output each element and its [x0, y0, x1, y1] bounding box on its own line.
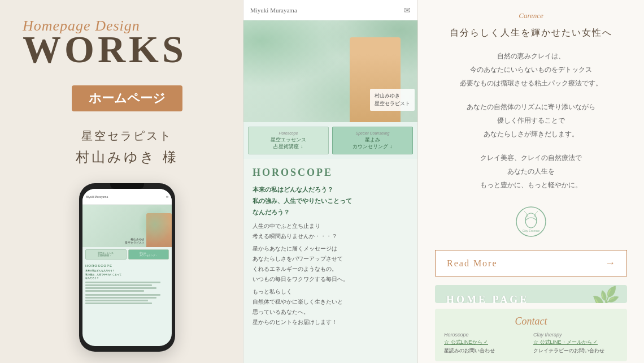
site-nav-horoscope-text: 星空エッセンス占星術講座 ↓	[251, 136, 326, 150]
site-horoscope-text1: 人生の中でふと立ち止まり 考える瞬間ありませんか・・・？	[253, 221, 408, 241]
site-hero-name-box: 村山みゆき 星空セラピスト	[370, 89, 415, 111]
contact-clay-link1[interactable]: ☆ 公式LINE・メールから ✓	[533, 339, 618, 346]
phone-hero-name: 村山みゆき星空セラピスト	[125, 238, 145, 245]
site-header-email-icon: ✉	[404, 6, 411, 15]
read-more-label: Read More	[447, 258, 498, 269]
site-horoscope-title: HOROSCOPE	[253, 167, 408, 179]
right-logo-text: Carence	[435, 11, 627, 20]
site-horoscope-text2: 星からあなたに届くメッセージは あなたらしさをパワーアップさせて くれるエネルギ…	[253, 244, 408, 284]
contact-clay-link2: クレイテラピーのお問い合わせ	[533, 347, 618, 355]
phone-text-line-4	[85, 290, 144, 292]
phone-text-line-8	[85, 302, 152, 304]
clay-essence-logo: Clay Essence	[514, 205, 548, 239]
read-more-button[interactable]: Read More →	[435, 250, 627, 276]
site-hero-name-line2: 星空セラピスト	[375, 101, 410, 106]
right-desc-block-3: クレイ美容、クレイの自然療法で あなたの人生を もっと豊かに、もっと軽やかに。	[435, 151, 627, 192]
phone-text-line-5	[85, 294, 160, 296]
phone-email-icon: ✉	[166, 195, 168, 198]
site-hero-name-line1: 村山みゆき	[375, 93, 400, 98]
phone-header-name: Miyuki Murayama	[86, 195, 108, 198]
phone-hero: 村山みゆき星空セラピスト	[82, 205, 172, 247]
phone-nav-btn-2: 星よみカウンセリング ↓	[128, 249, 169, 260]
site-hero-area: 村山みゆき 星空セラピスト	[243, 20, 417, 122]
category-badge: ホームページ	[72, 85, 182, 111]
contact-horoscope-link2: 星読みのお問い合わせ	[444, 347, 529, 355]
site-horoscope-bold1: 本来の私はどんな人だろう？ 私の強み、人生でやりたいことって なんだろう？	[253, 184, 408, 218]
right-main-heading: 自分らしく人生を輝かせたい女性へ	[435, 27, 627, 39]
right-desc-1: 自然の恵みクレイは、 今のあなたにいらないものをデトックス 必要なものは循環させ…	[435, 49, 627, 90]
homepage-card-leaves-icon: 🌿	[590, 285, 624, 303]
contact-horoscope-link1[interactable]: ☆ 公式LINEから ✓	[444, 339, 529, 346]
right-desc-block-2: あなたの自然体のリズムに寄り添いながら 優しく作用することで あなたらしさが輝き…	[435, 100, 627, 141]
contact-title: Contact	[444, 316, 618, 327]
phone-screen: Miyuki Murayama ✉ 村山みゆき星空セラピスト 星空エッセンス占星…	[82, 189, 172, 346]
contact-clay-label: Clay therapy	[533, 332, 618, 338]
site-horoscope-section: HOROSCOPE 本来の私はどんな人だろう？ 私の強み、人生でやりたいことって…	[243, 159, 417, 363]
works-text: WORKS	[23, 30, 232, 68]
right-desc-3: クレイ美容、クレイの自然療法で あなたの人生を もっと豊かに、もっと軽やかに。	[435, 151, 627, 192]
svg-point-1	[525, 213, 537, 228]
phone-horoscope-title: HOROSCOPE	[85, 264, 169, 267]
site-horoscope-text3: もっと私らしく 自然体で穏やかに楽しく生きたいと 思っているあなたへ。 星からの…	[253, 287, 408, 327]
phone-text-line-6	[85, 297, 156, 299]
phone-horoscope-section: HOROSCOPE 本来の私はどんな人だろう？私の強み、人生でやりたいことってな…	[82, 262, 172, 308]
site-header-name: Miyuki Murayama	[250, 7, 297, 14]
site-nav-counseling-label: Special Counseling	[335, 131, 410, 136]
right-panel: Carence 自分らしく人生を輝かせたい女性へ 自然の恵みクレイは、 今のあな…	[418, 0, 644, 363]
phone-text-line-3	[85, 287, 156, 289]
site-nav-item-counseling[interactable]: Special Counseling 星よみカウンセリング ↓	[332, 127, 413, 154]
phone-text-line-2	[85, 284, 152, 286]
phone-text-line-1	[85, 282, 160, 283]
homepage-card-title: HOME PAGE	[446, 294, 616, 303]
contact-horoscope-label: Horoscope	[444, 332, 529, 338]
left-panel: Homepage Design WORKS ホームページ 星空セラピスト 村山み…	[0, 0, 243, 363]
phone-nav-btn-1: 星空エッセンス占星術講座 ↓	[85, 249, 127, 260]
phone-nav: 星空エッセンス占星術講座 ↓ 星よみカウンセリング ↓	[82, 247, 172, 262]
phone-mockup: Miyuki Murayama ✉ 村山みゆき星空セラピスト 星空エッセンス占星…	[79, 183, 175, 352]
contact-horoscope: Horoscope ☆ 公式LINEから ✓ 星読みのお問い合わせ	[444, 332, 529, 355]
site-nav-counseling-text: 星よみカウンセリング ↓	[335, 136, 410, 150]
contact-clay: Clay therapy ☆ 公式LINE・メールから ✓ クレイテラピーのお問…	[533, 332, 618, 355]
site-nav-item-horoscope[interactable]: Horoscope 星空エッセンス占星術講座 ↓	[248, 127, 329, 154]
site-header: Miyuki Murayama ✉	[243, 0, 417, 20]
right-desc-2: あなたの自然体のリズムに寄り添いながら 優しく作用することで あなたらしさが輝き…	[435, 100, 627, 141]
svg-text:Clay Essence: Clay Essence	[523, 229, 540, 232]
contact-section: Contact Horoscope ☆ 公式LINEから ✓ 星読みのお問い合わ…	[435, 309, 627, 361]
site-nav-area: Horoscope 星空エッセンス占星術講座 ↓ Special Counsel…	[243, 122, 417, 159]
client-title: 星空セラピスト	[76, 128, 179, 144]
logo-container: Clay Essence	[514, 202, 548, 241]
phone-text-line-7	[85, 300, 148, 301]
phone-header: Miyuki Murayama ✉	[82, 189, 172, 205]
contact-grid: Horoscope ☆ 公式LINEから ✓ 星読みのお問い合わせ Clay t…	[444, 332, 618, 355]
title-area: Homepage Design WORKS	[23, 17, 232, 68]
site-nav-horoscope-label: Horoscope	[251, 131, 326, 136]
center-panel: Miyuki Murayama ✉ 村山みゆき 星空セラピスト Horoscop…	[243, 0, 418, 363]
read-more-arrow-icon: →	[605, 257, 615, 269]
homepage-card[interactable]: 🌿 HOME PAGE サロンへのアクセスや クレイテラピーの詳細は こちらから…	[435, 285, 627, 303]
client-name: 村山みゆき 様	[76, 148, 179, 166]
right-desc-block-1: 自然の恵みクレイは、 今のあなたにいらないものをデトックス 必要なものは循環させ…	[435, 49, 627, 90]
phone-notch	[110, 183, 144, 189]
client-name-area: 星空セラピスト 村山みゆき 様	[76, 128, 179, 166]
